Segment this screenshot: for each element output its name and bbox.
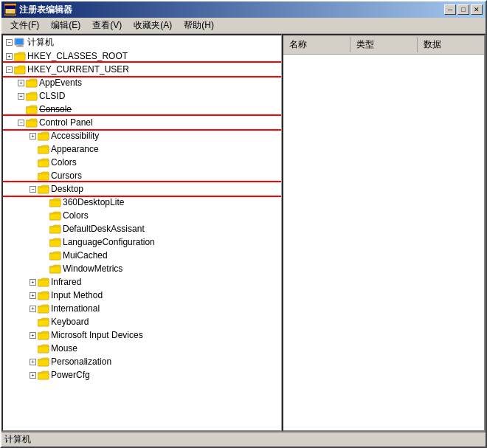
- tree-item-cursors[interactable]: Cursors: [3, 169, 281, 182]
- tree-label-cursors: Cursors: [51, 170, 82, 181]
- menu-help[interactable]: 帮助(H): [178, 18, 220, 33]
- tree-label-hkey_classes_root: HKEY_CLASSES_ROOT: [27, 51, 128, 61]
- folder-icon-accessibility: [38, 131, 49, 141]
- svg-rect-11: [14, 67, 25, 74]
- tree-item-muicached[interactable]: MuiCached: [3, 249, 281, 262]
- col-type: 类型: [350, 37, 418, 52]
- folder-icon-colors: [38, 157, 49, 168]
- svg-rect-39: [49, 253, 61, 260]
- expander-desktop[interactable]: −: [30, 186, 36, 193]
- tree-item-colors2[interactable]: Colors: [3, 209, 281, 222]
- tree-item-desktop[interactable]: − Desktop: [3, 182, 281, 196]
- tree-item-console[interactable]: Console: [3, 103, 281, 116]
- folder-icon-control_panel: [26, 117, 38, 128]
- minimize-button[interactable]: ─: [444, 4, 456, 15]
- tree-label-windowmetrics: WindowMetrics: [63, 263, 122, 274]
- tree-item-accessibility[interactable]: + Accessibility: [3, 129, 281, 142]
- svg-rect-17: [26, 107, 37, 114]
- expander-inputmethod[interactable]: +: [30, 292, 36, 299]
- tree-item-languageconfiguration[interactable]: LanguageConfiguration: [3, 235, 281, 249]
- expander-infrared[interactable]: +: [30, 279, 36, 286]
- expander-accessibility[interactable]: +: [30, 133, 36, 139]
- expander-microsoftinputdevices[interactable]: +: [30, 332, 36, 339]
- tree-item-mouse[interactable]: Mouse: [3, 342, 281, 355]
- svg-rect-33: [49, 213, 61, 220]
- svg-rect-29: [38, 187, 49, 193]
- svg-rect-25: [38, 160, 49, 167]
- tree-item-appearance[interactable]: Appearance: [3, 142, 281, 156]
- tree-item-hkey_classes_root[interactable]: + HKEY_CLASSES_ROOT: [3, 49, 281, 63]
- menu-bar: 文件(F) 编辑(E) 查看(V) 收藏夹(A) 帮助(H): [1, 18, 486, 34]
- svg-rect-5: [15, 39, 23, 44]
- tree-pane[interactable]: − 计算机+ HKEY_CLASSES_ROOT− HKEY_CURRENT_U…: [1, 34, 282, 432]
- svg-rect-21: [38, 134, 49, 140]
- maximize-button[interactable]: □: [457, 4, 469, 15]
- svg-rect-31: [49, 200, 61, 207]
- tree-item-infrared[interactable]: + Infrared: [3, 275, 281, 289]
- close-button[interactable]: ✕: [471, 4, 483, 15]
- folder-icon-infrared: [38, 277, 49, 287]
- tree-label-appearance: Appearance: [51, 144, 99, 154]
- tree-label-personalization: Personalization: [51, 356, 111, 367]
- tree-label-computer: 计算机: [27, 36, 54, 49]
- tree-label-360desktoplite: 360DesktopLite: [63, 197, 124, 207]
- svg-rect-27: [38, 173, 49, 180]
- expander-clsid[interactable]: +: [18, 93, 24, 100]
- tree-item-microsoftinputdevices[interactable]: + Microsoft Input Devices: [3, 328, 281, 342]
- svg-rect-1: [5, 6, 15, 9]
- expander-control_panel[interactable]: −: [18, 120, 24, 126]
- registry-tree: − 计算机+ HKEY_CLASSES_ROOT− HKEY_CURRENT_U…: [3, 35, 281, 382]
- svg-rect-35: [49, 227, 61, 233]
- tree-item-keyboard[interactable]: Keyboard: [3, 315, 281, 328]
- tree-item-computer[interactable]: − 计算机: [3, 35, 281, 49]
- tree-item-defaultdeskassisant[interactable]: DefaultDeskAssisant: [3, 222, 281, 235]
- folder-icon-personalization: [38, 356, 49, 367]
- expander-hkey_classes_root[interactable]: +: [6, 53, 13, 60]
- tree-label-muicached: MuiCached: [63, 250, 108, 261]
- tree-label-console: Console: [39, 104, 72, 114]
- svg-rect-15: [26, 94, 37, 100]
- expander-computer[interactable]: −: [6, 39, 13, 46]
- expander-appevents[interactable]: +: [18, 80, 24, 86]
- tree-item-360desktoplite[interactable]: 360DesktopLite: [3, 196, 281, 209]
- tree-item-international[interactable]: + International: [3, 302, 281, 315]
- tree-label-desktop: Desktop: [51, 184, 83, 194]
- svg-rect-47: [38, 306, 49, 313]
- expander-powercfg[interactable]: +: [30, 372, 36, 379]
- tree-item-personalization[interactable]: + Personalization: [3, 355, 281, 368]
- folder-icon-defaultdeskassisant: [49, 224, 61, 234]
- folder-icon-muicached: [49, 250, 61, 261]
- svg-rect-51: [38, 333, 49, 340]
- tree-item-hkey_current_user[interactable]: − HKEY_CURRENT_USER: [3, 63, 281, 76]
- tree-item-control_panel[interactable]: − Control Panel: [3, 116, 281, 129]
- menu-file[interactable]: 文件(F): [4, 18, 45, 33]
- tree-item-colors[interactable]: Colors: [3, 156, 281, 169]
- tree-item-powercfg[interactable]: + PowerCfg: [3, 368, 281, 382]
- window-title: 注册表编辑器: [19, 4, 444, 16]
- tree-item-windowmetrics[interactable]: WindowMetrics: [3, 262, 281, 275]
- svg-rect-37: [49, 240, 61, 247]
- expander-hkey_current_user[interactable]: −: [6, 66, 13, 73]
- menu-view[interactable]: 查看(V): [86, 18, 128, 33]
- title-bar-buttons: ─ □ ✕: [444, 4, 483, 15]
- expander-personalization[interactable]: +: [30, 359, 36, 365]
- tree-label-keyboard: Keyboard: [51, 317, 89, 327]
- svg-rect-49: [38, 320, 49, 326]
- right-pane-content: [283, 55, 484, 430]
- expander-international[interactable]: +: [30, 306, 36, 312]
- folder-icon-microsoftinputdevices: [38, 330, 49, 340]
- folder-icon-mouse: [38, 343, 49, 354]
- menu-edit[interactable]: 编辑(E): [45, 18, 86, 33]
- right-pane-header: 名称 类型 数据: [283, 35, 484, 55]
- tree-item-clsid[interactable]: + CLSID: [3, 89, 281, 103]
- folder-icon-360desktoplite: [49, 197, 61, 207]
- tree-item-inputmethod[interactable]: + Input Method: [3, 289, 281, 302]
- svg-rect-41: [49, 266, 61, 273]
- svg-rect-57: [38, 373, 49, 379]
- svg-rect-53: [38, 346, 49, 353]
- folder-icon-computer: [14, 38, 26, 48]
- registry-editor-window: 注册表编辑器 ─ □ ✕ 文件(F) 编辑(E) 查看(V) 收藏夹(A) 帮助…: [0, 0, 487, 448]
- menu-favorites[interactable]: 收藏夹(A): [128, 18, 178, 33]
- folder-icon-appevents: [26, 77, 38, 88]
- tree-item-appevents[interactable]: + AppEvents: [3, 76, 281, 89]
